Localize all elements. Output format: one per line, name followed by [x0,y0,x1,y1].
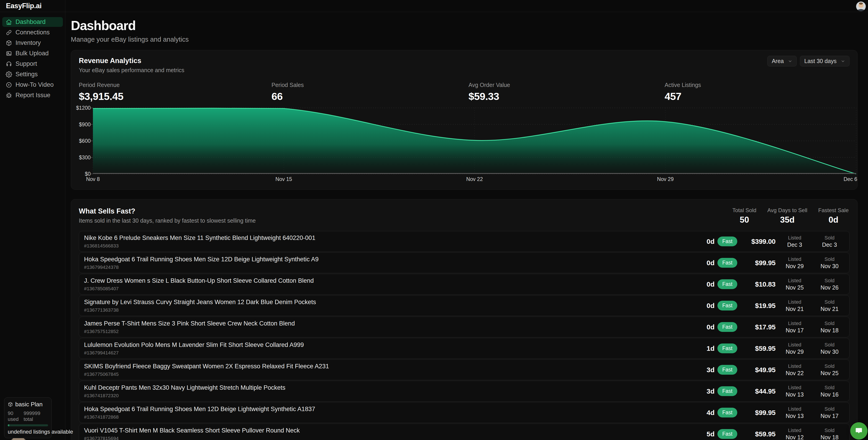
metric-value: $3,915.45 [79,91,272,102]
fast-badge: Fast [717,279,737,289]
fast-badge: Fast [717,429,737,439]
item-id: #136799424378 [84,265,702,270]
sold-item-row[interactable]: Lululemon Evolution Polo Mens M Lavender… [79,338,849,359]
sold-item-row[interactable]: Nike Kobe 6 Prelude Sneakers Men Size 11… [79,231,849,252]
x-tick-label: Nov 29 [657,176,674,182]
listed-date: Listed Nov 12 [776,428,813,440]
listed-label: Listed [776,406,813,412]
sold-item-row[interactable]: James Perse T-Shirt Mens Size 3 Pink Sho… [79,317,849,337]
listed-date: Listed Nov 17 [776,320,813,334]
chart-controls: Area Last 30 days [767,56,849,66]
y-tick-label: $900 [79,121,91,128]
sidebar-item-support[interactable]: Support [2,59,63,69]
sidebar-item-bulk-upload[interactable]: Bulk Upload [2,48,63,58]
stat-label: Avg Days to Sell [767,207,807,213]
days-to-sell: 3d [702,366,714,374]
item-price: $399.00 [737,238,776,245]
item-id: #136741872868 [84,414,702,420]
play-icon [6,82,12,88]
item-title: J. Crew Dress Women s Size L Black Butto… [84,277,702,284]
days-to-sell: 0d [702,302,714,310]
plan-header: basic Plan [8,401,48,408]
sidebar-item-settings[interactable]: Settings [2,69,63,79]
listed-date: Listed Dec 3 [776,235,813,248]
sold-value: Dec 3 [813,241,846,248]
listed-date: Listed Nov 29 [776,256,813,270]
sidebar-item-inventory[interactable]: Inventory [2,38,63,48]
select-value: Last 30 days [804,58,837,64]
images-icon [6,50,12,57]
revenue-title: Revenue Analytics [79,57,849,65]
fast-badge: Fast [717,343,737,353]
days-to-sell: 0d [702,238,714,245]
sold-item-row[interactable]: J. Crew Dress Women s Size L Black Butto… [79,274,849,295]
item-price: $99.95 [737,409,776,416]
listed-label: Listed [776,235,813,241]
listed-value: Nov 21 [776,306,813,312]
chart-type-select[interactable]: Area [767,56,797,66]
bug-icon [6,92,12,99]
item-price: $59.95 [737,430,776,438]
item-title: SKIMS Boyfriend Fleece Baggy Sweatpant W… [84,363,702,370]
sold-label: Sold [813,428,846,433]
fast-badge: Fast [717,237,737,246]
x-tick-label: Nov 22 [466,176,483,182]
select-value: Area [772,58,784,64]
listed-value: Nov 22 [776,370,813,376]
sidebar-item-dashboard[interactable]: Dashboard [2,17,63,27]
item-info: Lululemon Evolution Polo Mens M Lavender… [84,341,702,356]
item-title: Lululemon Evolution Polo Mens M Lavender… [84,341,702,348]
sold-item-row[interactable]: Hoka Speedgoat 6 Trail Running Shoes Men… [79,252,849,273]
stat-fastest-sale: Fastest Sale 0d [818,207,849,225]
metric-value: 457 [664,91,849,102]
sidebar-item-how-to-video[interactable]: How-To Video [2,80,63,90]
sidebar-item-label: Support [16,60,37,67]
sold-item-row[interactable]: Kuhl Deceptr Pants Men 32x30 Navy Lightw… [79,381,849,402]
home-icon [6,19,12,25]
sidebar-item-connections[interactable]: Connections [2,28,63,37]
chat-button[interactable] [850,422,868,440]
sold-item-row[interactable]: Vuori V1045 T-Shirt Men M Black Seamless… [79,424,849,440]
user-avatar[interactable] [856,1,866,11]
sold-value: Nov 30 [813,348,846,355]
listed-value: Nov 13 [776,391,813,398]
listed-value: Nov 29 [776,348,813,355]
metric-period-sales: Period Sales 66 [272,82,468,102]
item-info: SKIMS Boyfriend Fleece Baggy Sweatpant W… [84,363,702,377]
stat-avg-days-to-sell: Avg Days to Sell 35d [767,207,807,225]
item-price: $17.95 [737,323,776,331]
plan-progress-fill [8,424,9,426]
sold-value: Nov 16 [813,391,846,398]
package-icon [6,40,12,46]
listed-label: Listed [776,299,813,305]
sidebar-item-label: How-To Video [16,81,54,88]
sold-item-row[interactable]: SKIMS Boyfriend Fleece Baggy Sweatpant W… [79,360,849,380]
y-tick-label: $1200 [76,105,91,111]
date-range-select[interactable]: Last 30 days [800,56,849,66]
item-title: Kuhl Deceptr Pants Men 32x30 Navy Lightw… [84,384,702,391]
revenue-chart: $0$300$600$900$1200 Nov 8Nov 15Nov 22Nov… [79,108,856,185]
sold-items-list: Nike Kobe 6 Prelude Sneakers Men Size 11… [79,231,849,440]
item-info: James Perse T-Shirt Mens Size 3 Pink Sho… [84,320,702,334]
x-tick-label: Nov 8 [86,176,100,182]
item-id: #136757512852 [84,329,702,334]
listed-label: Listed [776,342,813,348]
app-logo: EasyFlip.ai [6,2,41,10]
sold-item-row[interactable]: Signature by Levi Strauss Curvy Straight… [79,295,849,316]
stat-value: 0d [818,215,849,225]
item-info: Signature by Levi Strauss Curvy Straight… [84,299,702,313]
main-area: Dashboard Manage your eBay listings and … [65,0,868,440]
metric-label: Avg Order Value [468,82,664,88]
item-info: Vuori V1045 T-Shirt Men M Black Seamless… [84,427,702,440]
item-info: J. Crew Dress Women s Size L Black Butto… [84,277,702,291]
item-info: Hoka Speedgoat 6 Trail Running Shoes Men… [84,406,702,420]
listed-label: Listed [776,320,813,327]
sidebar-item-report-issue[interactable]: Report Issue [2,90,63,100]
sold-value: Nov 21 [813,306,846,312]
sold-date: Sold Nov 21 [813,299,846,312]
sidebar-item-label: Settings [16,71,38,78]
sold-item-row[interactable]: Hoka Speedgoat 6 Trail Running Shoes Men… [79,402,849,423]
item-id: #136737815694 [84,436,702,440]
fast-badge: Fast [717,322,737,332]
listed-value: Nov 25 [776,284,813,291]
